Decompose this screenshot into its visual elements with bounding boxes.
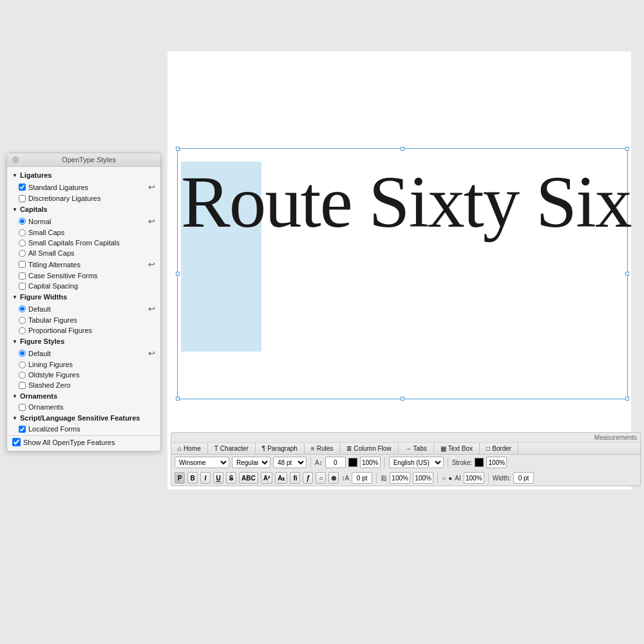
section-ligatures[interactable]: ▼ Ligatures <box>7 169 160 181</box>
scale-y-input[interactable] <box>413 472 433 484</box>
scale-x-input[interactable] <box>390 472 410 484</box>
tab-character[interactable]: T Character <box>208 443 256 454</box>
text-frame[interactable]: Route Sixty Six <box>177 148 628 399</box>
ai-input[interactable] <box>464 472 484 484</box>
fs-default-icon: ↩ <box>148 348 155 358</box>
stroke-opacity-input[interactable] <box>486 457 507 468</box>
radio-fs-default[interactable] <box>19 350 26 357</box>
btn-bold[interactable]: B <box>187 472 198 484</box>
font-style-select[interactable]: Regular <box>232 457 270 468</box>
color-swatch[interactable] <box>348 458 357 467</box>
handle-bottom-right[interactable] <box>625 397 629 401</box>
item-fw-default[interactable]: Default ↩ <box>7 303 160 315</box>
radio-lining-figures[interactable] <box>19 361 26 368</box>
handle-mid-left[interactable] <box>176 272 180 276</box>
item-fs-default[interactable]: Default ↩ <box>7 347 160 359</box>
stroke-label: Stroke: <box>452 459 473 466</box>
radio-small-caps-from-caps[interactable] <box>19 240 26 247</box>
section-figure-styles[interactable]: ▼ Figure Styles <box>7 336 160 347</box>
radio-normal[interactable] <box>19 218 26 225</box>
item-capital-spacing[interactable]: Capital Spacing <box>7 281 160 291</box>
section-capitals[interactable]: ▼ Capitals <box>7 204 160 215</box>
radio-tabular-figures[interactable] <box>19 317 26 324</box>
label-proportional-figures: Proportional Figures <box>28 327 92 334</box>
radio-small-caps[interactable] <box>19 229 26 236</box>
item-lining-figures[interactable]: Lining Figures <box>7 359 160 370</box>
handle-bottom-mid[interactable] <box>401 397 404 401</box>
radio-fw-default[interactable] <box>19 305 26 312</box>
checkbox-slashed-zero[interactable] <box>19 382 26 389</box>
checkbox-titling-alternates[interactable] <box>19 261 26 268</box>
btn-paragraph-style[interactable]: P <box>175 472 185 484</box>
handle-bottom-left[interactable] <box>176 397 180 401</box>
label-titling-alternates: Titling Alternates <box>28 261 80 269</box>
btn-all-caps[interactable]: ABC <box>239 472 258 484</box>
item-proportional-figures[interactable]: Proportional Figures <box>7 325 160 336</box>
stroke-swatch[interactable] <box>475 458 484 467</box>
label-normal: Normal <box>28 218 51 225</box>
radio-oldstyle-figures[interactable] <box>19 372 26 379</box>
item-standard-ligatures[interactable]: Standard Ligatures ↩ <box>7 181 160 193</box>
triangle-figure-styles: ▼ <box>12 339 17 345</box>
leading-input[interactable] <box>352 472 372 484</box>
handle-top-right[interactable] <box>625 147 629 151</box>
triangle-figure-widths: ▼ <box>12 294 17 300</box>
item-all-small-caps[interactable]: All Small Caps <box>7 248 160 258</box>
item-tabular-figures[interactable]: Tabular Figures <box>7 315 160 325</box>
label-fw-default: Default <box>28 305 51 313</box>
opacity-input[interactable] <box>360 457 381 468</box>
item-small-caps-from-caps[interactable]: Small Capitals From Capitals <box>7 238 160 248</box>
tab-home[interactable]: ⌂ Home <box>171 443 208 454</box>
font-name-select[interactable]: Winsome <box>175 457 229 468</box>
btn-italic[interactable]: I <box>200 472 211 484</box>
checkbox-ornaments[interactable] <box>19 404 26 411</box>
checkbox-discretionary-ligatures[interactable] <box>19 195 26 202</box>
btn-crosshair[interactable]: ⊗ <box>328 472 339 484</box>
checkbox-localized-forms[interactable] <box>19 426 26 433</box>
item-slashed-zero[interactable]: Slashed Zero <box>7 380 160 390</box>
item-oldstyle-figures[interactable]: Oldstyle Figures <box>7 370 160 380</box>
checkbox-show-all[interactable] <box>12 438 21 446</box>
btn-underline[interactable]: U <box>213 472 223 484</box>
radio-proportional-figures[interactable] <box>19 327 26 334</box>
handle-mid-right[interactable] <box>625 272 629 276</box>
divider-6 <box>488 473 489 483</box>
tab-column-flow[interactable]: ≣ Column Flow <box>340 443 398 454</box>
item-titling-alternates[interactable]: Titling Alternates ↩ <box>7 258 160 270</box>
item-ornaments[interactable]: Ornaments <box>7 402 160 412</box>
item-case-sensitive-forms[interactable]: Case Sensitive Forms <box>7 270 160 281</box>
item-discretionary-ligatures[interactable]: Discretionary Ligatures <box>7 193 160 204</box>
btn-special-chars[interactable]: ƒ <box>303 472 313 484</box>
tab-tabs[interactable]: → Tabs <box>399 443 434 454</box>
btn-circle[interactable]: ○ <box>316 472 326 484</box>
tab-rules[interactable]: ≡ Rules <box>305 443 340 454</box>
width-label: Width: <box>493 475 511 482</box>
checkbox-capital-spacing[interactable] <box>19 283 26 290</box>
btn-superscript[interactable]: A² <box>261 472 273 484</box>
btn-ligatures[interactable]: fi <box>290 472 300 484</box>
checkbox-case-sensitive-forms[interactable] <box>19 272 26 279</box>
radio-all-small-caps[interactable] <box>19 250 26 257</box>
tab-border[interactable]: □ Border <box>480 443 518 454</box>
checkbox-standard-ligatures[interactable] <box>19 184 26 191</box>
handle-top-left[interactable] <box>176 147 180 151</box>
traffic-light-close[interactable] <box>12 156 19 163</box>
show-all-row[interactable]: Show All OpenType Features <box>7 435 160 448</box>
font-size-select[interactable]: 48 pt <box>273 457 307 468</box>
item-small-caps[interactable]: Small Caps <box>7 227 160 238</box>
font-size-field: 48 pt <box>273 457 307 468</box>
triangle-ligatures: ▼ <box>12 173 17 178</box>
section-script-language[interactable]: ▼ Script/Language Sensitive Features <box>7 412 160 424</box>
item-normal[interactable]: Normal ↩ <box>7 215 160 227</box>
tracking-input[interactable] <box>325 457 346 468</box>
handle-top-mid[interactable] <box>401 147 404 151</box>
language-select[interactable]: English (US) <box>389 457 444 468</box>
section-figure-widths[interactable]: ▼ Figure Widths <box>7 291 160 303</box>
tab-paragraph[interactable]: ¶ Paragraph <box>256 443 305 454</box>
width-input[interactable] <box>513 472 534 484</box>
item-localized-forms[interactable]: Localized Forms <box>7 424 160 434</box>
btn-strikethrough[interactable]: S <box>226 472 236 484</box>
tab-text-box[interactable]: ▦ Text Box <box>434 443 480 454</box>
section-ornaments[interactable]: ▼ Ornaments <box>7 390 160 402</box>
btn-subscript[interactable]: A₂ <box>275 472 287 484</box>
